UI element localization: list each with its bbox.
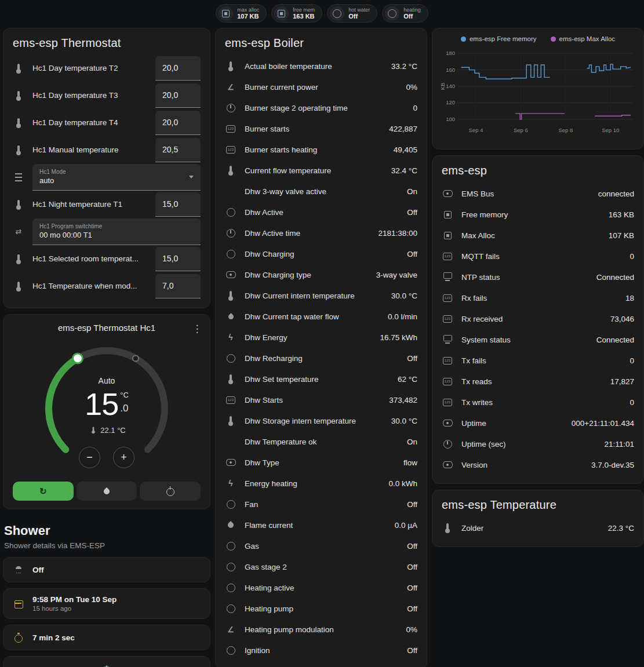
entity-row[interactable]: Burner starts 422,887 [225, 118, 417, 139]
entity-row[interactable]: Dhw Energy 16.75 kWh [225, 327, 417, 348]
number-input[interactable]: 7,0 [155, 274, 201, 298]
entity-row[interactable]: Dhw Recharging Off [225, 348, 417, 369]
entity-row[interactable]: Dhw Active Off [225, 202, 417, 223]
entity-row[interactable]: System status Connected [442, 329, 634, 350]
entity-row[interactable]: Tx writes 0 [442, 392, 634, 413]
thermostat-dial[interactable]: Auto 15 °C .0 22.1 °C − + [37, 339, 176, 478]
entity-row[interactable]: Dhw Active time 2181:38:00 [225, 223, 417, 243]
entity-label: NTP status [461, 273, 588, 282]
entity-row[interactable]: Rx received 73,046 [442, 308, 634, 329]
badge-value: 163 KB [293, 13, 315, 20]
entity-row[interactable]: Dhw Charging Off [225, 243, 417, 264]
dial-knob[interactable] [73, 353, 83, 363]
entity-label: Rx received [461, 315, 602, 323]
entity-row[interactable]: Version 3.7.0-dev.35 [442, 454, 634, 475]
entity-row[interactable]: MQTT fails 0 [442, 246, 634, 267]
entity-row[interactable]: Zolder 22.3 °C [442, 517, 634, 538]
ems-status-card: ems-esp EMS Bus connected Free memory 16… [432, 155, 644, 484]
more-menu-icon[interactable] [191, 323, 203, 334]
counter-icon [442, 396, 453, 408]
entity-row-night-temp[interactable]: Hc1 Night temperature T1 15,0 [13, 191, 201, 218]
eye-icon [225, 457, 237, 468]
entity-value: Off [407, 542, 417, 551]
entity-row[interactable]: Dhw Charging type 3-way valve [225, 264, 417, 285]
entity-row[interactable]: Max Alloc 107 KB [442, 225, 634, 246]
shower-state-card[interactable]: Off [3, 557, 210, 582]
entity-row[interactable]: Actual boiler temperature 33.2 °C [225, 56, 417, 76]
entity-row[interactable]: Dhw Current intern temperature 30.0 °C [225, 285, 417, 306]
entity-row[interactable]: Flame current 0.0 µA [225, 515, 417, 535]
entity-row-day-temp-t4[interactable]: Hc1 Day temperature T4 20,0 [13, 109, 201, 136]
entity-row-selected-room-temp[interactable]: Hc1 Selected room temperat... 15,0 [13, 245, 201, 272]
input-value: 20,0 [162, 63, 178, 72]
entity-row[interactable]: Dhw Current tap water flow 0.0 l/min [225, 306, 417, 327]
entity-label: Dhw Charging type [245, 271, 368, 279]
entity-value: 22.3 °C [608, 524, 634, 533]
entity-row[interactable]: Rx fails 18 [442, 287, 634, 308]
thermometer-icon [13, 280, 24, 292]
entity-row[interactable]: Dhw Starts 373,482 [225, 389, 417, 410]
entity-label: Dhw Current tap water flow [245, 312, 380, 321]
entity-row[interactable]: Fan Off [225, 494, 417, 515]
entity-row[interactable]: Dhw Set temperature 62 °C [225, 369, 417, 389]
status-badge[interactable]: max alloc 107 KB [216, 4, 267, 23]
switchtime-input[interactable]: Hc1 Program switchtime 00 mo 00:00 T1 [32, 218, 201, 245]
entity-row[interactable]: Energy heating 0.0 kWh [225, 473, 417, 494]
entity-row[interactable]: Uptime (sec) 21:11:01 [442, 433, 634, 454]
entity-row-day-temp-t3[interactable]: Hc1 Day temperature T3 20,0 [13, 82, 201, 109]
entity-row[interactable]: Dhw 3-way valve active On [225, 181, 417, 202]
entity-row[interactable]: Dhw Type flow [225, 452, 417, 473]
entity-row-program-switchtime[interactable]: Hc1 Program switchtime 00 mo 00:00 T1 [13, 218, 201, 245]
entity-row[interactable]: Heating active Off [225, 577, 417, 598]
entity-row[interactable]: Dhw Temperature ok On [225, 431, 417, 452]
entity-row[interactable]: Heating pump modulation 0% [225, 619, 417, 640]
circle-icon [225, 248, 237, 260]
cold-shot-card[interactable] [3, 656, 210, 667]
entity-row-temp-when-mode[interactable]: Hc1 Temperature when mod... 7,0 [13, 272, 201, 300]
status-badge[interactable]: free mem 163 KB [271, 4, 322, 23]
number-input[interactable]: 15,0 [155, 247, 201, 271]
entity-row[interactable]: Burner current power 0% [225, 76, 417, 97]
entity-row[interactable]: EMS Bus connected [442, 183, 634, 204]
number-input[interactable]: 20,0 [155, 56, 201, 81]
entity-row[interactable]: Ignition Off [225, 640, 417, 661]
entity-row[interactable]: Gas stage 2 Off [225, 556, 417, 577]
number-input[interactable]: 20,0 [155, 111, 201, 135]
entity-label: Burner current power [245, 83, 398, 92]
shower-last-card[interactable]: 9:58 PM on Tue 10 Sep 15 hours ago [3, 588, 210, 619]
entity-value: 0 [630, 398, 634, 407]
mode-select[interactable]: Hc1 Mode auto [32, 164, 201, 191]
temp-decrease-button[interactable]: − [79, 447, 100, 468]
legend-item[interactable]: ems-esp Max Alloc [551, 35, 616, 42]
entity-row-day-temp-t2[interactable]: Hc1 Day temperature T2 20,0 [13, 54, 201, 82]
badges: max alloc 107 KB free mem 163 KB [216, 4, 428, 23]
mode-auto-button[interactable] [13, 482, 74, 501]
status-badge[interactable]: heating Off [382, 4, 428, 23]
number-input[interactable]: 20,5 [155, 138, 201, 162]
entity-row-manual-temp[interactable]: Hc1 Manual temperature 20,5 [13, 136, 201, 163]
shower-duration-card[interactable]: 7 min 2 sec [3, 625, 210, 650]
entity-row[interactable]: Heating pump Off [225, 598, 417, 619]
entity-row[interactable]: Free memory 163 KB [442, 204, 634, 225]
entity-row[interactable]: Tx fails 0 [442, 350, 634, 371]
entity-row-mode[interactable]: Hc1 Mode auto [13, 163, 201, 191]
thermostat-card: ems-esp Thermostat Hc1 Day temperature T… [3, 28, 210, 308]
status-badge[interactable]: hot water Off [327, 4, 377, 23]
svg-text:KB: KB [439, 83, 446, 90]
entity-row[interactable]: Uptime 000+21:11:01.434 [442, 413, 634, 433]
entity-label: Max Alloc [461, 231, 601, 240]
temp-increase-button[interactable]: + [113, 447, 134, 468]
entity-row[interactable]: Burner stage 2 operating time 0 [225, 97, 417, 118]
entity-row[interactable]: Burner starts heating 49,405 [225, 139, 417, 160]
number-input[interactable]: 15,0 [155, 192, 201, 217]
entity-row[interactable]: Tx reads 17,827 [442, 371, 634, 392]
mode-off-button[interactable] [140, 482, 201, 501]
entity-row[interactable]: Dhw Storage intern temperature 30.0 °C [225, 410, 417, 431]
svg-text:Sep 4: Sep 4 [469, 127, 483, 133]
number-input[interactable]: 20,0 [155, 83, 201, 108]
entity-row[interactable]: Gas Off [225, 535, 417, 556]
mode-heat-button[interactable] [77, 482, 137, 501]
entity-row[interactable]: Current flow temperature 32.4 °C [225, 160, 417, 181]
entity-row[interactable]: NTP status Connected [442, 267, 634, 287]
legend-item[interactable]: ems-esp Free memory [461, 35, 537, 42]
